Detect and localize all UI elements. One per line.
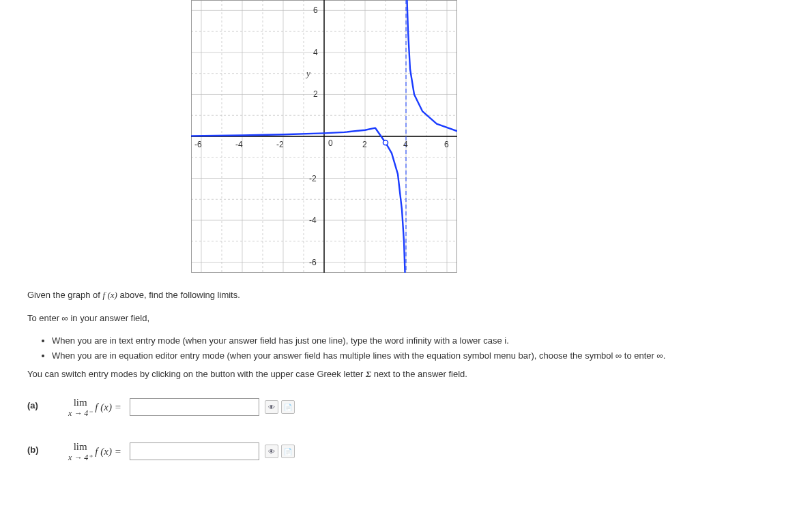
svg-text:-2: -2 [276, 140, 284, 149]
svg-text:0: 0 [328, 138, 333, 148]
svg-text:2: 2 [313, 89, 318, 99]
sigma-before: You can switch entry modes by clicking o… [27, 369, 363, 379]
svg-text:6: 6 [444, 140, 449, 149]
sigma-line: You can switch entry modes by clicking o… [27, 368, 812, 381]
lim-word-a: lim [74, 397, 87, 408]
svg-text:-2: -2 [309, 174, 317, 183]
preview-icon[interactable]: 👁 [265, 445, 278, 458]
sigma-after: next to the answer field. [374, 369, 467, 379]
lim-sub-b: x → 4⁺ [68, 453, 92, 462]
infinity-intro: To enter ∞ in your answer field, [27, 312, 812, 325]
part-b-label: (b) [27, 442, 68, 455]
svg-text:-4: -4 [235, 140, 243, 149]
part-a-row: (a) lim x → 4⁻ f (x) = 👁 📄 [27, 397, 812, 417]
limit-b-block: lim x → 4⁺ [68, 442, 92, 462]
equation-editor-icon[interactable]: 📄 [281, 445, 295, 458]
given-text-1: Given the graph of [27, 290, 100, 300]
question-text: Given the graph of f (x) above, find the… [27, 288, 812, 381]
fx-label: f (x) [103, 290, 117, 300]
answers-section: (a) lim x → 4⁻ f (x) = 👁 📄 (b) lim x → 4… [27, 397, 812, 462]
preview-icon[interactable]: 👁 [265, 400, 278, 414]
svg-text:-6: -6 [309, 258, 317, 267]
instruction-list: When you are in text entry mode (when yo… [27, 334, 812, 362]
chart-svg: -6-4-20246-6-4-2246y [191, 0, 457, 273]
part-b-row: (b) lim x → 4⁺ f (x) = 👁 📄 [27, 442, 812, 462]
limit-a-block: lim x → 4⁻ [68, 397, 92, 417]
given-line: Given the graph of f (x) above, find the… [27, 288, 812, 302]
svg-text:-6: -6 [194, 140, 202, 149]
answer-input-b[interactable] [130, 442, 259, 460]
fx-expr-b: f (x) = [95, 446, 121, 457]
svg-text:y: y [305, 68, 310, 78]
bullet-2: When you are in equation editor entry mo… [52, 349, 812, 363]
graph-figure: -6-4-20246-6-4-2246y [191, 0, 812, 275]
equation-editor-icon[interactable]: 📄 [281, 400, 295, 414]
lim-word-b: lim [74, 442, 87, 452]
svg-text:4: 4 [313, 48, 318, 57]
fx-expr-a: f (x) = [95, 402, 121, 413]
svg-text:-4: -4 [309, 215, 317, 225]
svg-point-44 [383, 140, 388, 145]
svg-text:4: 4 [403, 140, 408, 149]
sigma-icon: Σ [366, 369, 371, 379]
answer-input-a[interactable] [130, 398, 259, 416]
bullet-1: When you are in text entry mode (when yo… [52, 334, 812, 348]
given-text-2: above, find the following limits. [120, 290, 240, 300]
lim-sub-a: x → 4⁻ [68, 409, 92, 417]
svg-text:6: 6 [313, 5, 318, 15]
part-a-label: (a) [27, 397, 68, 410]
svg-text:2: 2 [362, 140, 367, 149]
